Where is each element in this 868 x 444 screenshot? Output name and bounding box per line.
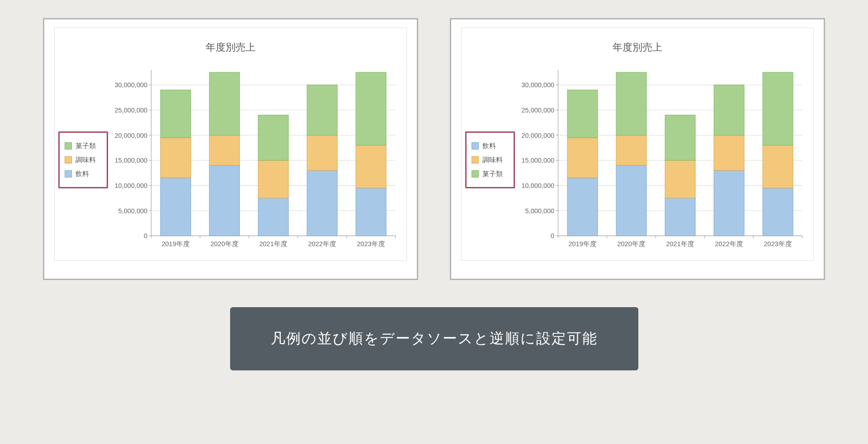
swatch-green-icon bbox=[472, 170, 479, 178]
svg-text:2023年度: 2023年度 bbox=[357, 240, 385, 248]
swatch-blue-icon bbox=[65, 170, 72, 178]
svg-text:5,000,000: 5,000,000 bbox=[118, 207, 148, 214]
svg-rect-29 bbox=[209, 135, 240, 165]
caption-box: 凡例の並び順をデータソースと逆順に設定可能 bbox=[230, 307, 638, 370]
svg-text:2019年度: 2019年度 bbox=[568, 240, 596, 248]
swatch-blue-icon bbox=[472, 142, 479, 150]
legend-label: 飲料 bbox=[482, 142, 496, 150]
chart-plot: 05,000,00010,000,00015,000,00020,000,000… bbox=[109, 65, 400, 255]
svg-text:2020年度: 2020年度 bbox=[210, 240, 238, 248]
chart-legend-right: 飲料 調味料 菓子類 bbox=[468, 65, 514, 255]
svg-rect-78 bbox=[616, 135, 646, 165]
legend-item-drinks: 飲料 bbox=[65, 170, 101, 178]
svg-rect-92 bbox=[763, 188, 793, 236]
legend-item-sweets: 菓子類 bbox=[472, 170, 508, 178]
svg-text:5,000,000: 5,000,000 bbox=[525, 207, 555, 214]
legend-item-seasoning: 調味料 bbox=[65, 156, 101, 164]
svg-rect-84 bbox=[665, 115, 695, 160]
svg-rect-89 bbox=[714, 85, 744, 135]
svg-rect-77 bbox=[616, 165, 646, 236]
legend-label: 飲料 bbox=[75, 170, 89, 178]
svg-rect-38 bbox=[307, 170, 337, 236]
svg-rect-25 bbox=[160, 90, 191, 138]
svg-rect-72 bbox=[567, 178, 598, 236]
svg-rect-87 bbox=[714, 170, 744, 236]
chart-inner: 年度別売上 飲料 調味料 菓子類 bbox=[461, 28, 814, 261]
svg-text:10,000,000: 10,000,000 bbox=[521, 182, 554, 189]
svg-text:20,000,000: 20,000,000 bbox=[114, 131, 147, 139]
swatch-orange-icon bbox=[472, 156, 479, 164]
svg-text:0: 0 bbox=[551, 232, 554, 239]
legend-label: 調味料 bbox=[482, 156, 503, 164]
svg-text:25,000,000: 25,000,000 bbox=[521, 107, 554, 114]
svg-rect-39 bbox=[307, 135, 337, 170]
svg-rect-94 bbox=[763, 72, 793, 145]
chart-plot: 05,000,00010,000,00015,000,00020,000,000… bbox=[516, 65, 807, 255]
legend-label: 菓子類 bbox=[75, 142, 96, 150]
svg-text:2020年度: 2020年度 bbox=[617, 240, 645, 248]
svg-rect-45 bbox=[356, 72, 386, 145]
legend-item-drinks: 飲料 bbox=[472, 142, 508, 150]
svg-rect-79 bbox=[616, 72, 646, 135]
svg-text:2022年度: 2022年度 bbox=[308, 240, 336, 248]
svg-rect-24 bbox=[160, 138, 191, 178]
svg-text:30,000,000: 30,000,000 bbox=[114, 81, 147, 89]
svg-text:2019年度: 2019年度 bbox=[161, 240, 189, 248]
svg-rect-83 bbox=[665, 160, 695, 198]
svg-rect-33 bbox=[258, 198, 288, 236]
chart-card-left: 年度別売上 菓子類 調味料 飲料 bbox=[43, 18, 418, 280]
svg-rect-23 bbox=[160, 178, 191, 236]
chart-body: 菓子類 調味料 飲料 05,000,00010,000,00015,000,00… bbox=[61, 65, 400, 255]
legend-item-seasoning: 調味料 bbox=[472, 156, 508, 164]
chart-title: 年度別売上 bbox=[61, 33, 400, 65]
svg-rect-35 bbox=[258, 115, 288, 160]
svg-text:25,000,000: 25,000,000 bbox=[114, 107, 147, 114]
chart-inner: 年度別売上 菓子類 調味料 飲料 bbox=[54, 28, 407, 261]
swatch-orange-icon bbox=[65, 156, 72, 164]
charts-row: 年度別売上 菓子類 調味料 飲料 bbox=[23, 18, 845, 280]
svg-rect-28 bbox=[209, 165, 240, 236]
svg-text:15,000,000: 15,000,000 bbox=[114, 157, 147, 164]
svg-rect-30 bbox=[209, 72, 240, 135]
legend-item-sweets: 菓子類 bbox=[65, 142, 101, 150]
svg-rect-73 bbox=[567, 138, 598, 178]
svg-rect-93 bbox=[763, 145, 793, 188]
chart-svg: 05,000,00010,000,00015,000,00020,000,000… bbox=[109, 65, 400, 255]
svg-rect-74 bbox=[567, 90, 598, 138]
legend-label: 調味料 bbox=[75, 156, 96, 164]
chart-card-right: 年度別売上 飲料 調味料 菓子類 bbox=[450, 18, 825, 280]
svg-text:15,000,000: 15,000,000 bbox=[521, 157, 554, 164]
svg-text:20,000,000: 20,000,000 bbox=[521, 131, 554, 139]
svg-text:2021年度: 2021年度 bbox=[666, 240, 694, 248]
chart-legend-left: 菓子類 調味料 飲料 bbox=[61, 65, 107, 255]
chart-title: 年度別売上 bbox=[468, 33, 807, 65]
svg-text:10,000,000: 10,000,000 bbox=[114, 182, 147, 189]
svg-text:2023年度: 2023年度 bbox=[764, 240, 792, 248]
svg-rect-82 bbox=[665, 198, 695, 236]
svg-text:30,000,000: 30,000,000 bbox=[521, 81, 554, 89]
svg-rect-40 bbox=[307, 85, 337, 135]
chart-body: 飲料 調味料 菓子類 05,000,00010,000,00015,000,00… bbox=[468, 65, 807, 255]
svg-rect-44 bbox=[356, 145, 386, 188]
svg-text:0: 0 bbox=[144, 232, 147, 239]
svg-rect-43 bbox=[356, 188, 386, 236]
svg-rect-34 bbox=[258, 160, 288, 198]
swatch-green-icon bbox=[65, 142, 72, 150]
chart-svg: 05,000,00010,000,00015,000,00020,000,000… bbox=[516, 65, 807, 255]
svg-text:2021年度: 2021年度 bbox=[259, 240, 287, 248]
svg-rect-88 bbox=[714, 135, 744, 170]
legend-label: 菓子類 bbox=[482, 170, 503, 178]
svg-text:2022年度: 2022年度 bbox=[715, 240, 743, 248]
